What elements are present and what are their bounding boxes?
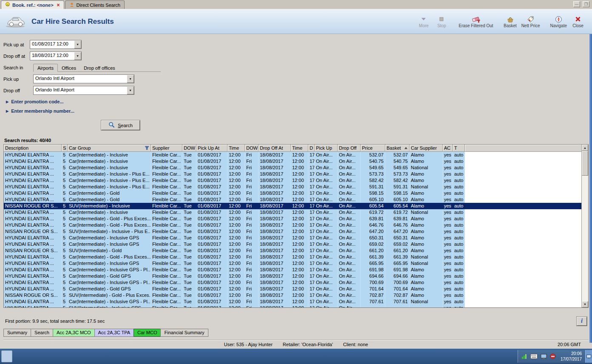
network-activity-icon[interactable] — [521, 354, 527, 359]
table-row[interactable]: HYUNDAI ELANTRA ...5Car(Intermediate) - … — [4, 260, 581, 267]
taskbar-left-button[interactable] — [1, 350, 12, 362]
table-row[interactable]: HYUNDAI ELANTRA ...5Car(Intermediate) - … — [4, 267, 581, 273]
table-row[interactable]: HYUNDAI ELANTRA ...5Car(Intermediate) - … — [4, 273, 581, 279]
scrollbar-thumb[interactable] — [582, 151, 588, 176]
pickup-datetime-combo[interactable]: 01/08/2017 12:00 ▼ — [30, 40, 82, 49]
column-header-time[interactable]: Time — [291, 145, 308, 152]
tab-airports[interactable]: Airports — [33, 64, 58, 72]
bottom-tab-search[interactable]: Search — [31, 329, 53, 337]
results-table: DescriptionSCar GroupSupplierDOWPick Up … — [3, 144, 589, 308]
table-cell: Fri — [245, 241, 259, 247]
column-header-dow[interactable]: DOW — [182, 145, 196, 152]
table-row[interactable]: HYUNDAI ELANTRA ...5Car(Intermediate) - … — [4, 190, 581, 196]
table-cell: Flexible Car... — [151, 196, 182, 203]
stop-button[interactable]: Stop — [433, 11, 450, 32]
info-button[interactable]: i — [577, 317, 587, 326]
table-row[interactable]: HYUNDAI ELANTRA ...5Car(Intermediate) - … — [4, 299, 581, 305]
dropoff-datetime-combo[interactable]: 18/08/2017 12:00 ▼ — [30, 51, 82, 60]
table-row[interactable]: HYUNDAI ELANTRA ...5Car(Intermediate) - … — [4, 279, 581, 286]
bottom-tab-acc-2a-3c-tpa[interactable]: Acc 2A,3C TPA — [94, 329, 134, 337]
table-row[interactable]: HYUNDAI ELANTRA ...5Car(Intermediate) - … — [4, 254, 581, 260]
column-header-pick-up[interactable]: Pick Up — [315, 145, 338, 152]
table-row[interactable]: HYUNDAI ELANTRA ...5Car(Intermediate) - … — [4, 165, 581, 171]
chevron-down-icon[interactable]: ▼ — [74, 40, 81, 48]
table-row[interactable]: HYUNDAI ELANTRA ...5Car(Intermediate) - … — [4, 158, 581, 165]
column-header-car-supplier[interactable]: Car Supplier — [410, 145, 443, 152]
table-cell: yes — [443, 222, 453, 228]
column-header-dow[interactable]: DOW — [245, 145, 259, 152]
column-header-basket[interactable]: Basket — [385, 145, 410, 152]
table-row[interactable]: NISSAN ROGUE OR S...5SUV(Intermediate) -… — [4, 247, 581, 254]
close-button[interactable]: Close — [569, 11, 587, 32]
bottom-tab-car-mco[interactable]: Car MCO — [134, 329, 161, 337]
scroll-down-icon[interactable]: ▼ — [582, 301, 588, 307]
minimize-button[interactable]: — — [573, 1, 580, 7]
table-cell: Flexible Car... — [151, 235, 182, 241]
membership-number-expander[interactable]: ▶ Enter membership number... — [6, 108, 589, 114]
tab-offices[interactable]: Offices — [58, 64, 80, 71]
column-header-price[interactable]: Price — [361, 145, 385, 152]
table-cell: On Air... — [338, 286, 361, 292]
table-row[interactable]: HYUNDAI ELANTRA ...5Car(Intermediate) - … — [4, 177, 581, 184]
table-row[interactable]: HYUNDAI ELANTRA ...5SUV(Intermediate) - … — [4, 305, 581, 307]
table-row[interactable]: NISSAN ROGUE OR S...5SUV(Intermediate) -… — [4, 228, 581, 235]
more-button[interactable]: More — [415, 11, 433, 32]
blocked-device-icon[interactable] — [550, 353, 556, 359]
table-cell: 17 — [308, 184, 315, 190]
bottom-tab-financial-summary[interactable]: Financial Summary — [160, 329, 208, 337]
tab-drop-off-offices[interactable]: Drop off offices — [80, 64, 119, 71]
chevron-down-icon[interactable]: ▼ — [127, 75, 134, 83]
table-row[interactable]: HYUNDAI ELANTRA ...5Car(Intermediate) - … — [4, 209, 581, 216]
search-button[interactable]: Search — [101, 120, 140, 130]
table-row[interactable]: HYUNDAI ELANTRA ...5Car(Intermediate) - … — [4, 235, 581, 241]
promotion-code-expander[interactable]: ▶ Enter promotion code... — [6, 99, 589, 104]
navigate-button[interactable]: Navigate — [548, 11, 569, 32]
column-header-supplier[interactable]: Supplier — [151, 145, 182, 152]
table-row[interactable]: HYUNDAI ELANTRA ...5Car(Intermediate) - … — [4, 171, 581, 177]
pickup-location-combo[interactable]: Orlando Intl Airport ▼ — [33, 74, 134, 83]
table-row[interactable]: NISSAN ROGUE OR S...5SUV(Intermediate) -… — [4, 203, 581, 209]
table-row[interactable]: HYUNDAI ELANTRA ...5Car(Intermediate) - … — [4, 196, 581, 203]
table-cell: Car(Intermediate) - Inclusive GPS — [68, 260, 151, 267]
scroll-up-icon[interactable]: ▲ — [582, 145, 588, 151]
column-header-ac[interactable]: AC — [443, 145, 453, 152]
chevron-down-icon[interactable]: ▼ — [127, 86, 134, 94]
bottom-tab-acc-2a-3c-mco[interactable]: Acc 2A,3C MCO — [53, 329, 95, 337]
column-header-d[interactable]: D — [308, 145, 315, 152]
table-row[interactable]: HYUNDAI ELANTRA ...5Car(Intermediate) - … — [4, 286, 581, 292]
table-row[interactable]: HYUNDAI ELANTRA ...5Car(Intermediate) - … — [4, 152, 581, 158]
table-cell: Tue — [182, 247, 196, 254]
table-row[interactable]: HYUNDAI ELANTRA ...5Car(Intermediate) - … — [4, 222, 581, 228]
tab-booking-ref[interactable]: Book. ref.: <none> × — [1, 0, 64, 9]
column-header-time[interactable]: Time — [228, 145, 245, 152]
column-header-drop-off[interactable]: Drop Off — [338, 145, 361, 152]
dropoff-location-combo[interactable]: Orlando Intl Airport ▼ — [33, 86, 134, 95]
display-icon[interactable] — [541, 354, 547, 359]
nett-price-button[interactable]: Nett Price — [519, 11, 542, 32]
column-header-drop-off-at[interactable]: Drop Off At — [259, 145, 291, 152]
erase-filtered-out-button[interactable]: Erase Filtered Out — [456, 11, 495, 32]
tab-close-icon[interactable]: × — [57, 3, 60, 7]
chevron-down-icon[interactable]: ▼ — [74, 52, 81, 60]
basket-button[interactable]: Basket — [501, 11, 519, 32]
vertical-scrollbar[interactable]: ▲ ▼ — [581, 145, 588, 307]
table-cell: On Air... — [315, 196, 338, 203]
column-header-car-group[interactable]: Car Group — [68, 145, 151, 152]
table-row[interactable]: HYUNDAI ELANTRA ...5Car(Intermediate) - … — [4, 216, 581, 222]
table-cell: 532.07 — [361, 152, 385, 158]
taskbar-clock[interactable]: 20:06 17/07/2017 — [559, 351, 582, 362]
bottom-tab-summary[interactable]: Summary — [3, 329, 31, 337]
column-header-s[interactable]: S — [62, 145, 68, 152]
show-desktop-button[interactable] — [585, 350, 592, 363]
column-header-pick-up-at[interactable]: Pick Up At — [196, 145, 228, 152]
table-row[interactable]: HYUNDAI ELANTRA ...5Car(Intermediate) - … — [4, 241, 581, 247]
table-cell: yes — [443, 177, 453, 184]
column-header-description[interactable]: Description — [4, 145, 62, 152]
table-row[interactable]: HYUNDAI ELANTRA ...5Car(Intermediate) - … — [4, 184, 581, 190]
table-cell: auto — [453, 171, 465, 177]
column-header-t[interactable]: T — [453, 145, 465, 152]
tab-direct-clients-search[interactable]: Direct Clients Search — [65, 0, 125, 9]
table-row[interactable]: NISSAN ROGUE OR S...5SUV(Intermediate) -… — [4, 292, 581, 299]
keyboard-layout-icon[interactable] — [530, 354, 538, 359]
maximize-button[interactable]: ❐ — [583, 1, 589, 7]
